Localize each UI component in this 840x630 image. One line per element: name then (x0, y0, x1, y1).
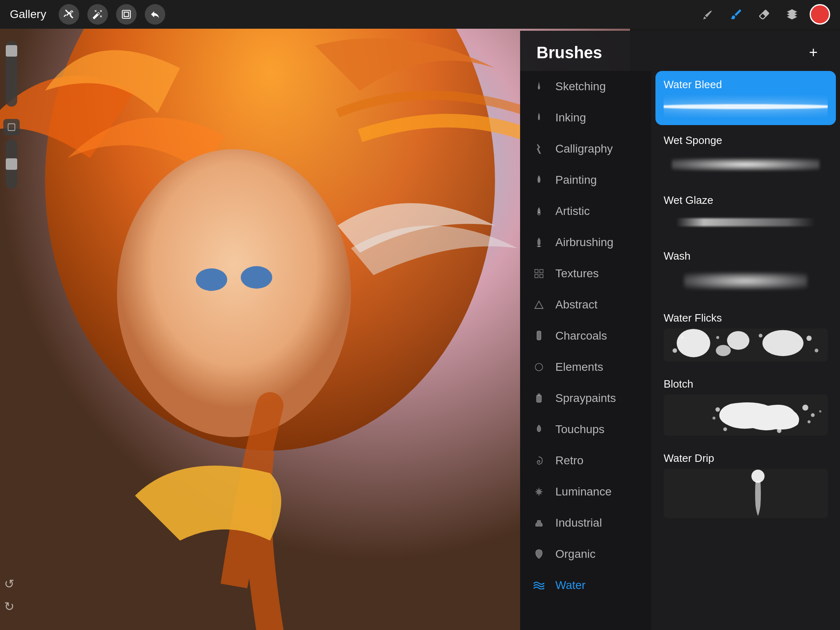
brush-preview-water-bleed (664, 95, 828, 118)
svg-point-33 (715, 407, 720, 412)
eraser-tool-button[interactable] (754, 4, 774, 25)
redo-button[interactable]: ↻ (4, 599, 14, 614)
category-label-elements: Elements (555, 361, 603, 374)
category-item-water[interactable]: Water (520, 570, 651, 601)
category-item-industrial[interactable]: Industrial (520, 507, 651, 539)
selection-tool-button[interactable] (116, 4, 137, 25)
brush-item-water-flicks[interactable]: Water Flicks (655, 304, 836, 369)
brush-size-slider[interactable] (6, 41, 17, 107)
svg-point-30 (802, 405, 808, 411)
artistic-icon (532, 204, 546, 219)
category-item-elements[interactable]: Elements (520, 352, 651, 383)
svg-rect-12 (540, 269, 543, 273)
water-bleed-stroke (664, 104, 828, 109)
svg-point-29 (681, 336, 683, 338)
brush-list: Water Bleed Wet Sponge Wet Glaze (651, 71, 840, 630)
svg-point-32 (808, 420, 810, 423)
brush-name-water-bleed: Water Bleed (664, 78, 828, 91)
svg-point-38 (751, 470, 765, 483)
category-item-abstract[interactable]: Abstract (520, 289, 651, 320)
category-item-sketching[interactable]: Sketching (520, 71, 651, 102)
category-item-airbrushing[interactable]: Airbrushing (520, 227, 651, 258)
brush-name-blotch: Blotch (664, 378, 828, 390)
category-label-painting: Painting (555, 173, 597, 187)
wash-stroke (684, 273, 807, 289)
brush-preview-wash (664, 267, 828, 295)
svg-point-3 (196, 268, 227, 291)
blotch-stroke (664, 395, 828, 436)
svg-point-31 (811, 413, 815, 417)
brush-item-wet-sponge[interactable]: Wet Sponge (655, 127, 836, 185)
organic-icon (532, 547, 546, 562)
brushes-header: Brushes + (520, 31, 840, 71)
brush-preview-wet-sponge (664, 151, 828, 178)
elements-icon (532, 360, 546, 374)
category-item-textures[interactable]: Textures (520, 258, 651, 289)
color-picker-button[interactable] (810, 4, 830, 25)
layers-button[interactable] (782, 4, 802, 25)
category-item-painting[interactable]: Painting (520, 164, 651, 196)
top-toolbar: Gallery (0, 0, 840, 29)
add-brush-button[interactable]: + (803, 42, 824, 63)
inking-icon (532, 110, 546, 125)
svg-rect-14 (540, 274, 543, 278)
svg-rect-13 (535, 274, 538, 278)
left-sidebar (0, 33, 23, 189)
transform-tool-button[interactable] (145, 4, 165, 25)
brush-preview-blotch (664, 395, 828, 436)
pen-tool-button[interactable] (698, 4, 719, 25)
svg-point-21 (727, 331, 750, 349)
undo-redo-controls: ↺ ↻ (4, 577, 14, 614)
svg-marker-8 (538, 238, 540, 244)
category-label-water: Water (555, 579, 586, 592)
square-tool-button[interactable] (3, 119, 20, 135)
gallery-button[interactable]: Gallery (10, 8, 46, 21)
wet-sponge-stroke (672, 158, 819, 171)
svg-point-17 (535, 363, 543, 371)
brush-item-wash[interactable]: Wash (655, 242, 836, 303)
brush-opacity-thumb[interactable] (6, 158, 17, 170)
svg-point-37 (819, 410, 821, 412)
brush-size-thumb[interactable] (6, 45, 17, 57)
svg-point-25 (716, 336, 719, 339)
svg-point-36 (777, 429, 781, 433)
category-label-abstract: Abstract (555, 298, 598, 311)
water-flicks-stroke (664, 329, 828, 361)
brush-item-water-drip[interactable]: Water Drip (655, 445, 836, 525)
category-label-sketching: Sketching (555, 80, 606, 93)
textures-icon (532, 266, 546, 281)
brush-item-water-bleed[interactable]: Water Bleed (655, 71, 836, 125)
category-item-calligraphy[interactable]: Calligraphy (520, 133, 651, 164)
category-item-charcoals[interactable]: Charcoals (520, 320, 651, 352)
category-item-organic[interactable]: Organic (520, 539, 651, 570)
category-item-inking[interactable]: Inking (520, 102, 651, 133)
brush-item-wet-glaze[interactable]: Wet Glaze (655, 187, 836, 241)
wet-glaze-stroke (676, 218, 815, 226)
category-label-touchups: Touchups (555, 423, 605, 436)
undo-button[interactable]: ↺ (4, 577, 14, 591)
category-item-touchups[interactable]: Touchups (520, 414, 651, 445)
svg-point-20 (677, 329, 710, 357)
svg-point-24 (673, 348, 677, 353)
magic-tool-button[interactable] (87, 4, 108, 25)
category-item-spraypaints[interactable]: Spraypaints (520, 383, 651, 414)
category-item-artistic[interactable]: Artistic (520, 196, 651, 227)
brush-name-water-drip: Water Drip (664, 452, 828, 465)
brush-item-blotch[interactable]: Blotch (655, 370, 836, 443)
abstract-icon (532, 297, 546, 312)
wrench-tool-button[interactable] (59, 4, 79, 25)
svg-marker-15 (535, 301, 543, 308)
sketching-icon (532, 79, 546, 94)
spraypaints-icon (532, 391, 546, 406)
brush-preview-water-flicks (664, 329, 828, 361)
category-item-retro[interactable]: Retro (520, 445, 651, 476)
svg-point-22 (762, 330, 803, 356)
brush-preview-water-drip (664, 469, 828, 518)
brush-opacity-slider[interactable] (6, 139, 17, 189)
svg-rect-18 (536, 395, 541, 402)
category-item-luminance[interactable]: Luminance (520, 476, 651, 507)
brush-name-wet-glaze: Wet Glaze (664, 194, 828, 207)
svg-point-2 (117, 149, 351, 437)
brush-tool-button[interactable] (726, 4, 746, 25)
brush-name-water-flicks: Water Flicks (664, 312, 828, 324)
